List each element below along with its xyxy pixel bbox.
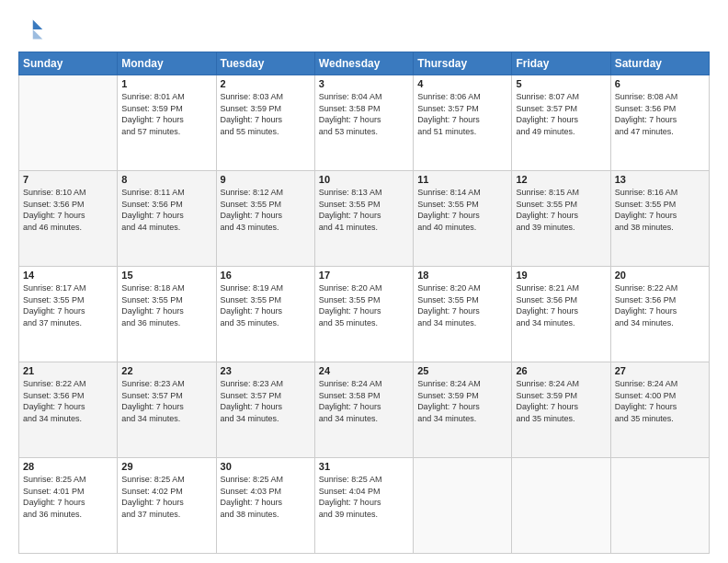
header [18, 17, 710, 42]
day-info: Sunrise: 8:21 AM Sunset: 3:56 PM Dayligh… [516, 282, 606, 328]
day-info: Sunrise: 8:24 AM Sunset: 3:58 PM Dayligh… [319, 378, 409, 424]
calendar-cell: 18Sunrise: 8:20 AM Sunset: 3:55 PM Dayli… [414, 267, 512, 362]
day-info: Sunrise: 8:24 AM Sunset: 3:59 PM Dayligh… [417, 378, 507, 424]
day-number: 4 [417, 78, 507, 89]
calendar-cell [414, 458, 512, 554]
calendar-table: SundayMondayTuesdayWednesdayThursdayFrid… [18, 52, 710, 554]
day-number: 10 [319, 174, 409, 185]
day-info: Sunrise: 8:25 AM Sunset: 4:04 PM Dayligh… [319, 474, 409, 520]
day-info: Sunrise: 8:04 AM Sunset: 3:58 PM Dayligh… [319, 91, 409, 137]
day-info: Sunrise: 8:20 AM Sunset: 3:55 PM Dayligh… [417, 282, 507, 328]
calendar-week-row: 7Sunrise: 8:10 AM Sunset: 3:56 PM Daylig… [19, 171, 710, 267]
day-info: Sunrise: 8:07 AM Sunset: 3:57 PM Dayligh… [516, 91, 606, 137]
day-info: Sunrise: 8:25 AM Sunset: 4:01 PM Dayligh… [23, 474, 113, 520]
calendar-week-row: 14Sunrise: 8:17 AM Sunset: 3:55 PM Dayli… [19, 267, 710, 362]
calendar-cell: 4Sunrise: 8:06 AM Sunset: 3:57 PM Daylig… [414, 75, 512, 171]
calendar-cell [610, 458, 709, 554]
day-info: Sunrise: 8:15 AM Sunset: 3:55 PM Dayligh… [516, 187, 606, 233]
day-info: Sunrise: 8:16 AM Sunset: 3:55 PM Dayligh… [615, 187, 705, 233]
page: SundayMondayTuesdayWednesdayThursdayFrid… [0, 0, 728, 563]
day-number: 6 [615, 78, 705, 89]
calendar-cell: 12Sunrise: 8:15 AM Sunset: 3:55 PM Dayli… [512, 171, 610, 267]
day-number: 7 [23, 174, 113, 185]
day-number: 11 [417, 174, 507, 185]
day-info: Sunrise: 8:18 AM Sunset: 3:55 PM Dayligh… [121, 282, 211, 328]
day-number: 5 [516, 78, 606, 89]
calendar-week-row: 1Sunrise: 8:01 AM Sunset: 3:59 PM Daylig… [19, 75, 710, 171]
calendar-cell: 1Sunrise: 8:01 AM Sunset: 3:59 PM Daylig… [118, 75, 216, 171]
calendar-cell: 11Sunrise: 8:14 AM Sunset: 3:55 PM Dayli… [414, 171, 512, 267]
calendar-cell [512, 458, 610, 554]
day-info: Sunrise: 8:19 AM Sunset: 3:55 PM Dayligh… [221, 282, 311, 328]
day-info: Sunrise: 8:24 AM Sunset: 4:00 PM Dayligh… [615, 378, 705, 424]
weekday-header: Monday [118, 52, 216, 75]
day-number: 14 [23, 270, 113, 281]
weekday-header: Saturday [610, 52, 709, 75]
weekday-header: Wednesday [314, 52, 413, 75]
day-number: 29 [121, 461, 211, 472]
calendar-cell: 14Sunrise: 8:17 AM Sunset: 3:55 PM Dayli… [19, 267, 118, 362]
day-number: 1 [121, 78, 211, 89]
calendar-cell: 31Sunrise: 8:25 AM Sunset: 4:04 PM Dayli… [314, 458, 413, 554]
day-info: Sunrise: 8:12 AM Sunset: 3:55 PM Dayligh… [221, 187, 311, 233]
day-number: 9 [221, 174, 311, 185]
calendar-cell: 27Sunrise: 8:24 AM Sunset: 4:00 PM Dayli… [610, 362, 709, 458]
weekday-header: Sunday [19, 52, 118, 75]
day-number: 27 [615, 365, 705, 376]
calendar-cell [19, 75, 118, 171]
calendar-cell: 15Sunrise: 8:18 AM Sunset: 3:55 PM Dayli… [118, 267, 216, 362]
day-info: Sunrise: 8:17 AM Sunset: 3:55 PM Dayligh… [23, 282, 113, 328]
day-info: Sunrise: 8:23 AM Sunset: 3:57 PM Dayligh… [121, 378, 211, 424]
logo-icon [18, 17, 44, 42]
day-number: 20 [615, 270, 705, 281]
day-info: Sunrise: 8:11 AM Sunset: 3:56 PM Dayligh… [121, 187, 211, 233]
calendar-cell: 6Sunrise: 8:08 AM Sunset: 3:56 PM Daylig… [610, 75, 709, 171]
svg-marker-0 [33, 20, 43, 30]
day-number: 25 [417, 365, 507, 376]
day-info: Sunrise: 8:01 AM Sunset: 3:59 PM Dayligh… [121, 91, 211, 137]
day-info: Sunrise: 8:13 AM Sunset: 3:55 PM Dayligh… [319, 187, 409, 233]
calendar-cell: 24Sunrise: 8:24 AM Sunset: 3:58 PM Dayli… [314, 362, 413, 458]
day-info: Sunrise: 8:23 AM Sunset: 3:57 PM Dayligh… [221, 378, 311, 424]
day-number: 15 [121, 270, 211, 281]
day-info: Sunrise: 8:22 AM Sunset: 3:56 PM Dayligh… [615, 282, 705, 328]
day-number: 22 [121, 365, 211, 376]
calendar-cell: 8Sunrise: 8:11 AM Sunset: 3:56 PM Daylig… [118, 171, 216, 267]
calendar-cell: 3Sunrise: 8:04 AM Sunset: 3:58 PM Daylig… [314, 75, 413, 171]
calendar-cell: 13Sunrise: 8:16 AM Sunset: 3:55 PM Dayli… [610, 171, 709, 267]
calendar-cell: 21Sunrise: 8:22 AM Sunset: 3:56 PM Dayli… [19, 362, 118, 458]
calendar-cell: 29Sunrise: 8:25 AM Sunset: 4:02 PM Dayli… [118, 458, 216, 554]
day-number: 13 [615, 174, 705, 185]
calendar-cell: 22Sunrise: 8:23 AM Sunset: 3:57 PM Dayli… [118, 362, 216, 458]
day-info: Sunrise: 8:06 AM Sunset: 3:57 PM Dayligh… [417, 91, 507, 137]
calendar-header-row: SundayMondayTuesdayWednesdayThursdayFrid… [19, 52, 710, 75]
calendar-cell: 17Sunrise: 8:20 AM Sunset: 3:55 PM Dayli… [314, 267, 413, 362]
day-number: 26 [516, 365, 606, 376]
weekday-header: Thursday [414, 52, 512, 75]
calendar-cell: 2Sunrise: 8:03 AM Sunset: 3:59 PM Daylig… [216, 75, 314, 171]
calendar-cell: 7Sunrise: 8:10 AM Sunset: 3:56 PM Daylig… [19, 171, 118, 267]
calendar-cell: 16Sunrise: 8:19 AM Sunset: 3:55 PM Dayli… [216, 267, 314, 362]
day-info: Sunrise: 8:08 AM Sunset: 3:56 PM Dayligh… [615, 91, 705, 137]
day-info: Sunrise: 8:20 AM Sunset: 3:55 PM Dayligh… [319, 282, 409, 328]
weekday-header: Tuesday [216, 52, 314, 75]
calendar-cell: 9Sunrise: 8:12 AM Sunset: 3:55 PM Daylig… [216, 171, 314, 267]
weekday-header: Friday [512, 52, 610, 75]
calendar-week-row: 28Sunrise: 8:25 AM Sunset: 4:01 PM Dayli… [19, 458, 710, 554]
day-number: 21 [23, 365, 113, 376]
calendar-cell: 26Sunrise: 8:24 AM Sunset: 3:59 PM Dayli… [512, 362, 610, 458]
day-number: 2 [221, 78, 311, 89]
calendar-cell: 20Sunrise: 8:22 AM Sunset: 3:56 PM Dayli… [610, 267, 709, 362]
day-number: 24 [319, 365, 409, 376]
day-info: Sunrise: 8:25 AM Sunset: 4:02 PM Dayligh… [121, 474, 211, 520]
calendar-cell: 5Sunrise: 8:07 AM Sunset: 3:57 PM Daylig… [512, 75, 610, 171]
calendar-cell: 30Sunrise: 8:25 AM Sunset: 4:03 PM Dayli… [216, 458, 314, 554]
day-number: 19 [516, 270, 606, 281]
day-info: Sunrise: 8:03 AM Sunset: 3:59 PM Dayligh… [221, 91, 311, 137]
day-number: 3 [319, 78, 409, 89]
day-number: 30 [221, 461, 311, 472]
calendar-cell: 28Sunrise: 8:25 AM Sunset: 4:01 PM Dayli… [19, 458, 118, 554]
calendar-cell: 10Sunrise: 8:13 AM Sunset: 3:55 PM Dayli… [314, 171, 413, 267]
day-number: 23 [221, 365, 311, 376]
calendar-cell: 23Sunrise: 8:23 AM Sunset: 3:57 PM Dayli… [216, 362, 314, 458]
